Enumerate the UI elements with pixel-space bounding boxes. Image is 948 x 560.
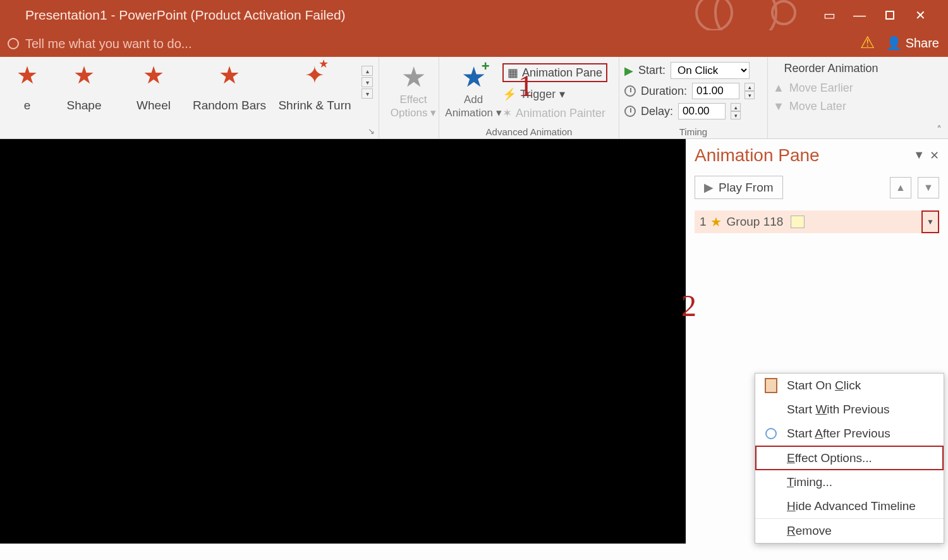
start-select[interactable]: On Click bbox=[671, 62, 750, 79]
star-icon: ★ bbox=[219, 62, 240, 88]
duration-row: Duration: ▴▾ bbox=[624, 83, 762, 99]
menu-hide-timeline[interactable]: Hide Advanced Timeline bbox=[755, 494, 944, 518]
slide-canvas[interactable] bbox=[0, 139, 686, 544]
pane-close-icon[interactable]: ✕ bbox=[930, 149, 939, 162]
star-icon: ★ bbox=[710, 214, 722, 229]
play-icon: ▶ bbox=[624, 64, 633, 78]
share-button[interactable]: 👤 Share bbox=[886, 35, 939, 51]
gallery-item-prev[interactable]: ★ e bbox=[5, 63, 49, 113]
animation-gallery[interactable]: ★ e ★ Shape ★ Wheel ★ Random Bars ✦★ Shr… bbox=[5, 59, 374, 113]
app-title: Presentation1 - PowerPoint (Product Acti… bbox=[25, 8, 346, 23]
item-dropdown-icon[interactable]: ▼ bbox=[921, 210, 939, 233]
clock-icon bbox=[624, 85, 636, 97]
reorder-header: Reorder Animation bbox=[773, 62, 889, 75]
spinner-down-icon[interactable]: ▾ bbox=[731, 111, 741, 119]
tellme-input[interactable]: Tell me what you want to do... bbox=[25, 37, 191, 51]
clock-icon bbox=[624, 106, 636, 117]
star-icon: ✦★ bbox=[305, 62, 325, 88]
lightbulb-icon bbox=[8, 38, 19, 49]
menu-remove[interactable]: Remove bbox=[755, 518, 944, 543]
star-icon: ★ bbox=[73, 62, 95, 88]
animation-gallery-group: ★ e ★ Shape ★ Wheel ★ Random Bars ✦★ Shr… bbox=[0, 57, 379, 138]
chevron-up-icon: ▲ bbox=[773, 82, 784, 95]
move-down-button[interactable]: ▼ bbox=[918, 177, 939, 198]
annotation-2: 2 bbox=[681, 288, 696, 323]
move-up-button[interactable]: ▲ bbox=[890, 177, 911, 198]
star-icon: ★ bbox=[401, 63, 426, 91]
menu-timing[interactable]: Timing... bbox=[755, 470, 944, 494]
gallery-item-shape[interactable]: ★ Shape bbox=[49, 63, 119, 113]
group-label-timing: Timing bbox=[619, 126, 767, 137]
timing-group: ▶ Start: On Click Duration: ▴▾ Delay: ▴▾… bbox=[619, 57, 768, 138]
chevron-down-icon: ▼ bbox=[773, 100, 784, 113]
minimize-icon[interactable]: — bbox=[851, 8, 868, 23]
animation-list-item[interactable]: 1 ★ Group 118 ▼ bbox=[695, 210, 939, 233]
window-controls: ▭ — ✕ bbox=[820, 0, 948, 30]
collapse-ribbon-icon[interactable]: ˄ bbox=[937, 124, 942, 136]
duration-input[interactable] bbox=[692, 83, 739, 99]
gallery-up-icon[interactable]: ▴ bbox=[362, 66, 373, 76]
menu-start-after-previous[interactable]: Start After Previous bbox=[755, 422, 944, 446]
move-later-button: ▼Move Later bbox=[773, 100, 889, 113]
item-name: Group 118 bbox=[727, 215, 784, 229]
restore-icon[interactable] bbox=[881, 8, 899, 23]
effect-options-button: ★ Effect Options ▾ bbox=[384, 59, 442, 119]
tellme-bar: Tell me what you want to do... ⚠ 👤 Share bbox=[0, 30, 948, 57]
star-icon: ★ bbox=[16, 62, 38, 88]
pane-title: Animation Pane bbox=[695, 145, 820, 166]
spinner-up-icon[interactable]: ▴ bbox=[731, 103, 741, 111]
reorder-group: Reorder Animation ▲Move Earlier ▼Move La… bbox=[768, 57, 894, 138]
menu-start-with-previous[interactable]: Start With Previous bbox=[755, 398, 944, 422]
star-icon: ★ bbox=[461, 63, 486, 91]
star-icon: ★ bbox=[143, 62, 164, 88]
share-area: ⚠ 👤 Share bbox=[860, 33, 939, 52]
annotation-1: 1 bbox=[518, 68, 533, 103]
add-animation-button[interactable]: ★ Add Animation ▾ bbox=[444, 59, 502, 120]
group-label-advanced: Advanced Animation bbox=[439, 126, 619, 137]
gallery-more-icon[interactable]: ▾ bbox=[362, 88, 373, 99]
menu-start-on-click[interactable]: Start On Click bbox=[755, 374, 944, 398]
spinner-down-icon[interactable]: ▾ bbox=[744, 91, 755, 99]
brush-icon: ✶ bbox=[502, 106, 512, 120]
delay-input[interactable] bbox=[678, 103, 726, 119]
warning-icon[interactable]: ⚠ bbox=[860, 33, 875, 52]
gallery-item-shrink-turn[interactable]: ✦★ Shrink & Turn bbox=[270, 63, 359, 113]
title-bar: Presentation1 - PowerPoint (Product Acti… bbox=[0, 0, 948, 30]
gallery-scroll[interactable]: ▴ ▾ ▾ bbox=[362, 66, 373, 99]
bolt-icon: ⚡ bbox=[502, 87, 516, 101]
dialog-launcher-icon[interactable]: ↘ bbox=[368, 126, 375, 136]
close-icon[interactable]: ✕ bbox=[911, 8, 929, 23]
ribbon-display-icon[interactable]: ▭ bbox=[820, 8, 838, 23]
ribbon: ★ e ★ Shape ★ Wheel ★ Random Bars ✦★ Shr… bbox=[0, 57, 948, 139]
workspace: Animation Pane ▼ ✕ ▶ Play From ▲ ▼ 1 ★ G… bbox=[0, 139, 948, 560]
play-from-button[interactable]: ▶ Play From bbox=[695, 176, 783, 199]
gallery-item-wheel[interactable]: ★ Wheel bbox=[119, 63, 188, 113]
pane-options-icon[interactable]: ▼ bbox=[913, 149, 925, 162]
timeline-swatch bbox=[791, 216, 805, 228]
clock-icon bbox=[763, 425, 779, 442]
person-icon: 👤 bbox=[886, 36, 902, 50]
move-earlier-button: ▲Move Earlier bbox=[773, 82, 889, 95]
pane-icon: ▦ bbox=[507, 66, 518, 80]
animation-pane-panel: Animation Pane ▼ ✕ ▶ Play From ▲ ▼ 1 ★ G… bbox=[686, 139, 948, 240]
menu-effect-options[interactable]: Effect Options... bbox=[755, 446, 944, 470]
gallery-item-random-bars[interactable]: ★ Random Bars bbox=[188, 63, 270, 113]
item-index: 1 bbox=[700, 215, 707, 229]
animation-painter-button: ✶ Animation Painter bbox=[502, 106, 613, 120]
titlebar-decor bbox=[506, 0, 822, 30]
delay-row: Delay: ▴▾ bbox=[624, 103, 762, 119]
start-row: ▶ Start: On Click bbox=[624, 62, 762, 79]
cursor-click-icon bbox=[763, 377, 779, 394]
spinner-up-icon[interactable]: ▴ bbox=[744, 83, 755, 91]
play-icon: ▶ bbox=[704, 180, 714, 195]
gallery-down-icon[interactable]: ▾ bbox=[362, 77, 373, 87]
effect-options-group: ★ Effect Options ▾ bbox=[379, 57, 439, 138]
animation-item-context-menu: Start On Click Start With Previous Start… bbox=[755, 373, 944, 544]
